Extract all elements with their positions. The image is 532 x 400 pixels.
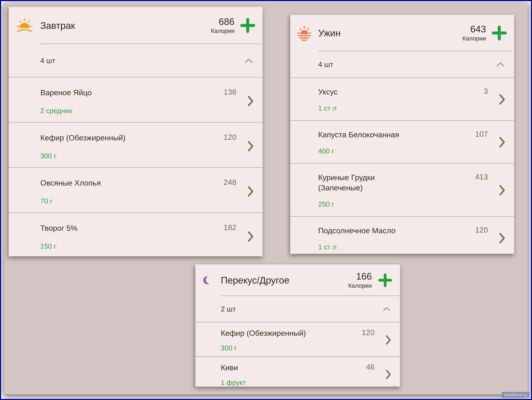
meal-title: Завтрак [40, 20, 211, 31]
items-count: 2 шт [221, 305, 236, 313]
page-frame: Завтрак 686 Калории 4 шт [0, 0, 532, 400]
chevron-up-icon [383, 306, 391, 311]
food-calories: 248 [224, 178, 236, 187]
add-food-button[interactable] [491, 22, 507, 44]
chevron-right-icon [247, 95, 254, 107]
food-name: Кефир (Обезжиренный) [40, 133, 162, 143]
chevron-right-icon [385, 369, 391, 380]
items-count-row[interactable]: 4 шт [9, 44, 263, 77]
add-food-button[interactable] [377, 270, 393, 291]
food-quantity: 300 г [40, 152, 162, 160]
chevron-right-icon [499, 232, 506, 244]
food-quantity: 150 г [40, 242, 162, 250]
meal-title: Ужин [318, 27, 462, 38]
meal-calories-label: Калории [211, 27, 234, 34]
food-item[interactable]: Уксус 1 ст л 3 [290, 78, 514, 120]
food-items-list: Кефир (Обезжиренный) 300 г 120 Киви 1 фр… [195, 322, 400, 387]
food-quantity: 1 ст л [318, 243, 415, 251]
food-items-list: Уксус 1 ст л 3 Капуста Белокочанная 400 … [290, 78, 514, 254]
chevron-up-icon [244, 58, 253, 63]
food-calories: 3 [484, 87, 488, 96]
chevron-up-icon [496, 62, 505, 67]
items-count-row[interactable]: 4 шт [290, 51, 514, 78]
food-name: Вареное Яйцо [40, 87, 162, 98]
food-item[interactable]: Подсолнечное Масло 1 ст л 120 [290, 216, 514, 254]
food-item[interactable]: Куриные Грудки (Запеченые) 250 г 413 [290, 163, 514, 216]
items-count-row[interactable]: 2 шт [195, 296, 400, 322]
food-calories: 413 [475, 172, 488, 181]
meal-card-breakfast: Завтрак 686 Калории 4 шт [9, 7, 263, 256]
food-item[interactable]: Кефир (Обезжиренный) 300 г 120 [195, 322, 400, 356]
meal-calories-total: 686 [211, 17, 234, 26]
food-name: Уксус [318, 87, 415, 97]
food-calories: 136 [224, 87, 236, 97]
food-quantity: 250 г [318, 200, 415, 208]
food-item[interactable]: Творог 5% 150 г 182 [9, 213, 263, 256]
chevron-right-icon [499, 136, 506, 148]
breakfast-header: Завтрак 686 Калории [9, 7, 263, 44]
food-quantity: 400 г [318, 147, 415, 155]
food-calories: 120 [224, 133, 236, 142]
chevron-right-icon [499, 184, 506, 196]
snack-header: Перекус/Другое 166 Калории [195, 264, 400, 296]
chevron-right-icon [247, 230, 254, 243]
food-name: Капуста Белокочанная [318, 129, 415, 140]
food-calories: 120 [475, 225, 488, 235]
food-items-list: Вареное Яйцо 2 средних 136 Кефир (Обезжи… [9, 77, 263, 256]
meal-calories-label: Калории [462, 35, 486, 42]
meal-title: Перекус/Другое [221, 275, 348, 286]
food-name: Куриные Грудки (Запеченые) [318, 172, 415, 193]
meal-calories-label: Калории [348, 282, 372, 289]
food-item[interactable]: Капуста Белокочанная 400 г 107 [290, 120, 514, 163]
chevron-right-icon [247, 185, 254, 198]
add-food-button[interactable] [240, 15, 256, 36]
food-calories: 120 [362, 328, 375, 337]
food-item[interactable]: Кефир (Обезжиренный) 300 г 120 [9, 122, 263, 167]
food-item[interactable]: Овсяные Хлопья 70 г 248 [9, 167, 263, 213]
food-name: Кефир (Обезжиренный) [221, 328, 336, 338]
food-name: Овсяные Хлопья [40, 178, 162, 188]
food-quantity: 2 средних [40, 107, 162, 115]
food-calories: 107 [475, 129, 488, 139]
dinner-header: Ужин 643 Калории [290, 15, 514, 51]
meal-card-dinner: Ужин 643 Калории 4 шт [290, 15, 514, 254]
meal-calories-total: 643 [462, 24, 486, 34]
chevron-right-icon [499, 93, 506, 106]
moon-icon [195, 274, 221, 286]
chevron-right-icon [247, 140, 254, 152]
app-background: Завтрак 686 Калории 4 шт [4, 3, 528, 394]
meal-calories-block: 686 Калории [211, 17, 234, 34]
food-name: Подсолнечное Масло [318, 225, 415, 236]
meal-calories-block: 643 Калории [462, 24, 486, 42]
food-item[interactable]: Вареное Яйцо 2 средних 136 [9, 77, 263, 122]
meal-calories-total: 166 [348, 271, 372, 281]
food-quantity: 1 ст л [318, 104, 415, 112]
food-calories: 182 [224, 223, 236, 232]
food-calories: 46 [366, 362, 375, 372]
items-count: 4 шт [318, 60, 333, 69]
food-name: Творог 5% [40, 223, 162, 233]
sunset-icon [290, 24, 318, 42]
food-quantity: 1 фрукт [221, 378, 336, 387]
watermark: steelfactor.ru [502, 392, 530, 398]
sunrise-icon [9, 16, 40, 35]
food-quantity: 70 г [40, 197, 162, 205]
food-item[interactable]: Киви 1 фрукт 46 [195, 356, 400, 387]
items-count: 4 шт [40, 56, 55, 65]
chevron-right-icon [385, 334, 391, 346]
meal-card-snack: Перекус/Другое 166 Калории 2 шт [195, 264, 400, 387]
food-name: Киви [221, 362, 336, 373]
meal-calories-block: 166 Калории [348, 271, 372, 289]
food-quantity: 300 г [221, 344, 336, 352]
